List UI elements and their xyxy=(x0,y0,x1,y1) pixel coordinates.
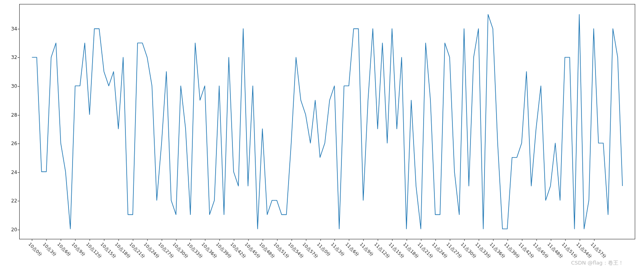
x-tick-mark xyxy=(392,239,393,241)
x-tick-mark xyxy=(378,239,378,241)
y-tick-label: 34 xyxy=(11,26,20,32)
x-tick-mark xyxy=(61,239,61,241)
y-tick-label: 30 xyxy=(11,83,20,89)
y-tick-label: 26 xyxy=(11,141,20,146)
x-tick-mark xyxy=(46,239,46,241)
x-tick-mark xyxy=(147,239,147,241)
x-tick-label: 11点3分 xyxy=(330,241,346,258)
x-tick-mark xyxy=(580,239,580,241)
x-tick-mark xyxy=(493,239,494,241)
y-tick-label: 20 xyxy=(11,227,20,232)
x-tick-mark xyxy=(594,239,595,241)
x-tick-label: 10点3分 xyxy=(41,241,58,258)
y-tick-label: 28 xyxy=(11,112,20,118)
x-tick-mark xyxy=(537,239,537,241)
x-tick-mark xyxy=(335,239,335,241)
x-tick-label: 11点9分 xyxy=(359,241,375,258)
x-tick-mark xyxy=(450,239,450,241)
x-tick-mark xyxy=(363,239,364,241)
x-tick-mark xyxy=(219,239,220,241)
x-tick-mark xyxy=(508,239,508,241)
x-tick-mark xyxy=(133,239,133,241)
x-tick-mark xyxy=(320,239,321,241)
data-series-line xyxy=(32,14,623,229)
line-chart-svg xyxy=(20,4,635,239)
x-tick-mark xyxy=(75,239,75,241)
x-tick-mark xyxy=(565,239,566,241)
x-tick-mark xyxy=(277,239,277,241)
x-tick-mark xyxy=(407,239,407,241)
x-tick-mark xyxy=(551,239,551,241)
x-tick-mark xyxy=(190,239,191,241)
x-tick-mark xyxy=(349,239,349,241)
x-tick-mark xyxy=(306,239,306,241)
plot-area: 202224262830323410点0分10点3分10点6分10点9分10点1… xyxy=(19,4,635,239)
x-tick-label: 10点9分 xyxy=(70,241,87,258)
chart-container: 202224262830323410点0分10点3分10点6分10点9分10点1… xyxy=(0,0,644,279)
x-tick-mark xyxy=(436,239,436,241)
x-tick-mark xyxy=(291,239,292,241)
x-tick-mark xyxy=(234,239,234,241)
x-tick-mark xyxy=(248,239,248,241)
x-tick-mark xyxy=(464,239,465,241)
x-tick-mark xyxy=(118,239,119,241)
x-tick-mark xyxy=(162,239,162,241)
x-tick-label: 11点6分 xyxy=(344,241,361,258)
x-tick-mark xyxy=(262,239,263,241)
x-tick-mark xyxy=(522,239,523,241)
x-tick-mark xyxy=(104,239,104,241)
x-tick-mark xyxy=(89,239,90,241)
y-tick-label: 32 xyxy=(11,55,20,60)
watermark-text: CSDN @flag：卷王！ xyxy=(571,259,624,267)
x-tick-mark xyxy=(205,239,205,241)
y-tick-label: 22 xyxy=(11,198,20,204)
x-tick-label: 11点57分 xyxy=(589,241,608,260)
y-tick-label: 24 xyxy=(11,170,20,175)
x-tick-mark xyxy=(421,239,422,241)
x-tick-label: 10点6分 xyxy=(56,241,72,258)
x-tick-mark xyxy=(479,239,479,241)
x-tick-mark xyxy=(32,239,32,241)
x-tick-label: 10点0分 xyxy=(27,241,43,258)
x-tick-mark xyxy=(176,239,176,241)
